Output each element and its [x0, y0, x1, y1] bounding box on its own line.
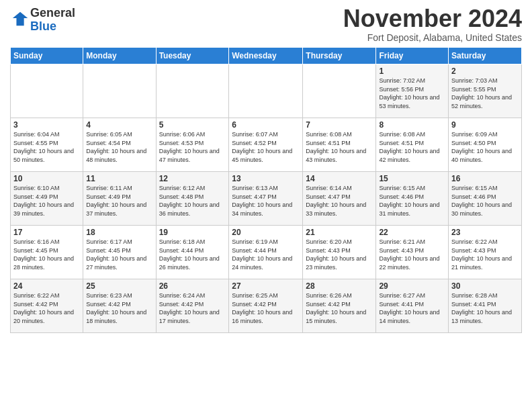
day-number-27: 27 — [232, 281, 300, 291]
header: General Blue November 2024 Fort Deposit,… — [10, 7, 522, 43]
day-cell-3-0: 17Sunrise: 6:16 AM Sunset: 4:45 PM Dayli… — [11, 226, 83, 279]
day-cell-4-1: 25Sunrise: 6:23 AM Sunset: 4:42 PM Dayli… — [83, 279, 156, 333]
calendar-body: 1Sunrise: 7:02 AM Sunset: 5:56 PM Daylig… — [11, 64, 522, 333]
day-cell-0-2 — [156, 64, 229, 118]
weekday-row: Sunday Monday Tuesday Wednesday Thursday… — [11, 48, 522, 64]
day-info-10: Sunrise: 6:10 AM Sunset: 4:49 PM Dayligh… — [13, 184, 80, 218]
day-info-17: Sunrise: 6:16 AM Sunset: 4:45 PM Dayligh… — [13, 238, 80, 271]
day-info-22: Sunrise: 6:21 AM Sunset: 4:43 PM Dayligh… — [379, 238, 445, 271]
day-cell-0-0 — [11, 64, 83, 118]
day-cell-2-2: 12Sunrise: 6:12 AM Sunset: 4:48 PM Dayli… — [156, 172, 229, 226]
week-row-3: 17Sunrise: 6:16 AM Sunset: 4:45 PM Dayli… — [11, 226, 522, 279]
day-cell-1-6: 9Sunrise: 6:09 AM Sunset: 4:50 PM Daylig… — [449, 118, 522, 172]
day-cell-0-5: 1Sunrise: 7:02 AM Sunset: 5:56 PM Daylig… — [376, 64, 449, 118]
day-info-11: Sunrise: 6:11 AM Sunset: 4:49 PM Dayligh… — [86, 184, 152, 218]
day-cell-4-0: 24Sunrise: 6:22 AM Sunset: 4:42 PM Dayli… — [11, 279, 83, 333]
day-cell-0-1 — [83, 64, 156, 118]
weekday-friday: Friday — [376, 48, 449, 64]
day-cell-1-3: 6Sunrise: 6:07 AM Sunset: 4:52 PM Daylig… — [229, 118, 303, 172]
day-number-21: 21 — [306, 228, 373, 237]
day-number-16: 16 — [451, 174, 519, 183]
calendar: Sunday Monday Tuesday Wednesday Thursday… — [10, 47, 522, 333]
day-cell-1-2: 5Sunrise: 6:06 AM Sunset: 4:53 PM Daylig… — [156, 118, 229, 172]
day-cell-1-0: 3Sunrise: 6:04 AM Sunset: 4:55 PM Daylig… — [11, 118, 83, 172]
day-info-14: Sunrise: 6:14 AM Sunset: 4:47 PM Dayligh… — [306, 184, 373, 218]
day-number-18: 18 — [86, 228, 152, 237]
day-number-13: 13 — [232, 174, 300, 183]
day-info-21: Sunrise: 6:20 AM Sunset: 4:43 PM Dayligh… — [306, 238, 373, 271]
logo-text: General Blue — [30, 7, 75, 34]
day-info-2: Sunrise: 7:03 AM Sunset: 5:55 PM Dayligh… — [451, 77, 519, 110]
day-number-8: 8 — [379, 120, 445, 130]
day-number-19: 19 — [159, 228, 226, 237]
day-number-12: 12 — [159, 174, 226, 183]
day-info-7: Sunrise: 6:08 AM Sunset: 4:51 PM Dayligh… — [306, 130, 373, 164]
day-number-29: 29 — [379, 281, 445, 291]
day-info-16: Sunrise: 6:15 AM Sunset: 4:46 PM Dayligh… — [451, 184, 519, 218]
day-cell-3-3: 20Sunrise: 6:19 AM Sunset: 4:44 PM Dayli… — [229, 226, 303, 279]
day-number-15: 15 — [379, 174, 445, 183]
day-info-27: Sunrise: 6:25 AM Sunset: 4:42 PM Dayligh… — [232, 291, 300, 325]
day-info-1: Sunrise: 7:02 AM Sunset: 5:56 PM Dayligh… — [379, 77, 445, 110]
day-info-3: Sunrise: 6:04 AM Sunset: 4:55 PM Dayligh… — [13, 130, 80, 164]
day-info-24: Sunrise: 6:22 AM Sunset: 4:42 PM Dayligh… — [13, 291, 80, 325]
day-number-26: 26 — [159, 281, 226, 291]
day-number-7: 7 — [306, 120, 373, 130]
day-cell-3-1: 18Sunrise: 6:17 AM Sunset: 4:45 PM Dayli… — [83, 226, 156, 279]
day-number-6: 6 — [232, 120, 300, 130]
day-number-25: 25 — [86, 281, 152, 291]
day-cell-0-3 — [229, 64, 303, 118]
day-cell-4-5: 29Sunrise: 6:27 AM Sunset: 4:41 PM Dayli… — [376, 279, 449, 333]
day-cell-2-0: 10Sunrise: 6:10 AM Sunset: 4:49 PM Dayli… — [11, 172, 83, 226]
day-info-25: Sunrise: 6:23 AM Sunset: 4:42 PM Dayligh… — [86, 291, 152, 325]
day-number-14: 14 — [306, 174, 373, 183]
logo-general: General — [30, 6, 75, 19]
week-row-0: 1Sunrise: 7:02 AM Sunset: 5:56 PM Daylig… — [11, 64, 522, 118]
day-info-26: Sunrise: 6:24 AM Sunset: 4:42 PM Dayligh… — [159, 291, 226, 325]
week-row-1: 3Sunrise: 6:04 AM Sunset: 4:55 PM Daylig… — [11, 118, 522, 172]
day-info-18: Sunrise: 6:17 AM Sunset: 4:45 PM Dayligh… — [86, 238, 152, 271]
day-info-19: Sunrise: 6:18 AM Sunset: 4:44 PM Dayligh… — [159, 238, 226, 271]
day-cell-0-6: 2Sunrise: 7:03 AM Sunset: 5:55 PM Daylig… — [449, 64, 522, 118]
day-cell-4-2: 26Sunrise: 6:24 AM Sunset: 4:42 PM Dayli… — [156, 279, 229, 333]
day-cell-0-4 — [303, 64, 376, 118]
day-number-28: 28 — [306, 281, 373, 291]
day-info-12: Sunrise: 6:12 AM Sunset: 4:48 PM Dayligh… — [159, 184, 226, 218]
weekday-monday: Monday — [83, 48, 156, 64]
day-cell-2-5: 15Sunrise: 6:15 AM Sunset: 4:46 PM Dayli… — [376, 172, 449, 226]
day-number-30: 30 — [451, 281, 519, 291]
day-cell-3-4: 21Sunrise: 6:20 AM Sunset: 4:43 PM Dayli… — [303, 226, 376, 279]
day-cell-4-6: 30Sunrise: 6:28 AM Sunset: 4:41 PM Dayli… — [449, 279, 522, 333]
day-number-24: 24 — [13, 281, 80, 291]
day-info-4: Sunrise: 6:05 AM Sunset: 4:54 PM Dayligh… — [86, 130, 152, 164]
day-info-13: Sunrise: 6:13 AM Sunset: 4:47 PM Dayligh… — [232, 184, 300, 218]
weekday-sunday: Sunday — [11, 48, 83, 64]
day-info-23: Sunrise: 6:22 AM Sunset: 4:43 PM Dayligh… — [451, 238, 519, 271]
logo-blue: Blue — [30, 19, 56, 33]
weekday-saturday: Saturday — [449, 48, 522, 64]
location: Fort Deposit, Alabama, United States — [343, 32, 522, 43]
day-info-6: Sunrise: 6:07 AM Sunset: 4:52 PM Dayligh… — [232, 130, 300, 164]
day-number-20: 20 — [232, 228, 300, 237]
day-cell-2-1: 11Sunrise: 6:11 AM Sunset: 4:49 PM Dayli… — [83, 172, 156, 226]
week-row-2: 10Sunrise: 6:10 AM Sunset: 4:49 PM Dayli… — [11, 172, 522, 226]
week-row-4: 24Sunrise: 6:22 AM Sunset: 4:42 PM Dayli… — [11, 279, 522, 333]
day-number-17: 17 — [13, 228, 80, 237]
day-number-1: 1 — [379, 66, 445, 76]
day-info-28: Sunrise: 6:26 AM Sunset: 4:42 PM Dayligh… — [306, 291, 373, 325]
day-number-9: 9 — [451, 120, 519, 130]
day-cell-3-2: 19Sunrise: 6:18 AM Sunset: 4:44 PM Dayli… — [156, 226, 229, 279]
day-cell-4-4: 28Sunrise: 6:26 AM Sunset: 4:42 PM Dayli… — [303, 279, 376, 333]
month-title: November 2024 — [343, 7, 522, 31]
day-number-4: 4 — [86, 120, 152, 130]
day-info-20: Sunrise: 6:19 AM Sunset: 4:44 PM Dayligh… — [232, 238, 300, 271]
page-container: General Blue November 2024 Fort Deposit,… — [0, 0, 532, 340]
day-info-5: Sunrise: 6:06 AM Sunset: 4:53 PM Dayligh… — [159, 130, 226, 164]
day-cell-1-5: 8Sunrise: 6:08 AM Sunset: 4:51 PM Daylig… — [376, 118, 449, 172]
day-number-2: 2 — [451, 66, 519, 76]
day-number-3: 3 — [13, 120, 80, 130]
day-number-5: 5 — [159, 120, 226, 130]
day-cell-2-3: 13Sunrise: 6:13 AM Sunset: 4:47 PM Dayli… — [229, 172, 303, 226]
weekday-thursday: Thursday — [303, 48, 376, 64]
day-info-15: Sunrise: 6:15 AM Sunset: 4:46 PM Dayligh… — [379, 184, 445, 218]
